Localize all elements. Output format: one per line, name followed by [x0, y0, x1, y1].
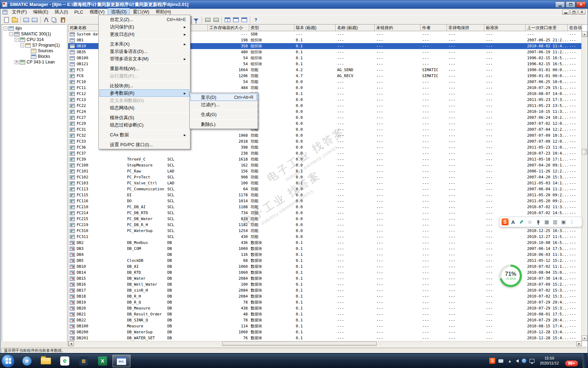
- table-row-db19[interactable]: DB19DB_R_QDB78数据块0.1---------------2010-…: [68, 299, 582, 305]
- tree-item-sources[interactable]: Sources: [2, 48, 66, 54]
- table-row-fc100[interactable]: FC100StopMeasureSCL162功能0.0-------------…: [68, 162, 582, 168]
- menu-item-set-pg-pc-interface[interactable]: 设置 PG/PC 接口(I)...: [99, 141, 189, 148]
- accessible-nodes-button[interactable]: [22, 16, 30, 24]
- menu-item-display[interactable]: 显示(D)Ctrl+Alt+R: [190, 94, 257, 101]
- column-header-[interactable]: 在自动: [568, 25, 582, 31]
- cut-button[interactable]: [42, 16, 50, 24]
- scl-editor-icon[interactable]: SCL: [112, 355, 131, 367]
- menu-item-configure-network[interactable]: 组态网络(N): [99, 104, 189, 111]
- table-row-fc115[interactable]: FC115DISCL1178功能0.0---------------2011-0…: [68, 192, 582, 198]
- download-speed-badge[interactable]: 71% ↓0.1K/s: [499, 265, 522, 287]
- close-button[interactable]: ×: [576, 1, 586, 8]
- notification-badge[interactable]: 99+: [565, 360, 578, 367]
- menu-item-rewire[interactable]: 重新布线(W)...: [99, 65, 189, 72]
- show-hidden-icons-button[interactable]: ▲: [506, 358, 513, 364]
- media-app-icon[interactable]: ▦: [75, 355, 93, 367]
- table-row-fc116[interactable]: FC116DOSCL1014功能0.0---------------2011-0…: [68, 198, 582, 204]
- table-row-fc214[interactable]: FC214FC_DB_RTDSCL734功能0.0---------------…: [68, 210, 582, 216]
- menu-item-cax-data[interactable]: CAx 数据▸: [99, 131, 189, 138]
- more-icon[interactable]: ⋮: [568, 218, 576, 226]
- table-row-fc113[interactable]: FC113FC_CommunicationSCL64功能0.0---------…: [68, 186, 582, 192]
- table-row-db2[interactable]: DB2DB_ModbusDB436数据块0.1---------------20…: [68, 240, 582, 246]
- vertical-scroll-thumb[interactable]: [582, 149, 587, 155]
- column-header-[interactable]: 未链接的: [375, 25, 421, 31]
- table-row-fc210[interactable]: FC210FC_DB_AISCL1188功能0.0---------------…: [68, 204, 582, 210]
- table-row-db4[interactable]: DB4DB116数据块0.1---------------2010-06-03 …: [68, 252, 582, 258]
- menu-item-module-simulation[interactable]: 模块仿真(S): [99, 114, 189, 121]
- table-row-fc102[interactable]: FC102FC_ProTectSCL908功能0.0--------------…: [68, 174, 582, 180]
- window-tile-button[interactable]: [232, 16, 240, 24]
- column-header-[interactable]: 标准块: [484, 25, 526, 31]
- window-cascade-button[interactable]: [240, 16, 248, 24]
- table-row-fc103[interactable]: FC103FC_Valve_CtrlLAD100功能0.1-----------…: [68, 180, 582, 186]
- table-row-db20[interactable]: DB20DB_MeasureDB438数据块0.1---------------…: [68, 305, 582, 311]
- sogou-tray-icon[interactable]: S: [489, 358, 495, 364]
- safely-remove-hardware-icon[interactable]: [498, 359, 503, 363]
- explorer-folder-icon[interactable]: [37, 355, 55, 367]
- browser-green-icon[interactable]: e: [56, 355, 74, 367]
- tree-item-cpu-314[interactable]: -CPU 314: [2, 37, 66, 42]
- network-icon[interactable]: [530, 359, 534, 363]
- menu-item-generate[interactable]: 生成(G): [190, 111, 257, 118]
- mdi-close-button[interactable]: ×: [578, 9, 586, 15]
- maximize-button[interactable]: [566, 1, 575, 8]
- copy-button[interactable]: [50, 16, 59, 24]
- table-row-db22[interactable]: DB22DB_SINR_QDB78数据块0.1---------------20…: [68, 317, 582, 323]
- column-header-[interactable]: 名称 (标题): [336, 25, 375, 31]
- excel-icon[interactable]: X: [93, 355, 112, 367]
- simulation-button[interactable]: [203, 16, 212, 24]
- mic-icon[interactable]: [534, 218, 542, 226]
- new-button[interactable]: [2, 16, 10, 24]
- table-row-fc311[interactable]: FC311SCL430功能0.0---------------2010-12-2…: [68, 234, 582, 240]
- minimize-button[interactable]: [555, 1, 565, 8]
- menu-item-display-device-language[interactable]: 显示设备语言(D)...: [99, 48, 189, 55]
- menu-item-access-protection[interactable]: 访问保护(E)▸: [99, 23, 189, 30]
- menu-item-delete[interactable]: 删除(L): [190, 121, 257, 128]
- menu-item-process-diagnostics[interactable]: 组态过程诊断(C): [99, 121, 189, 129]
- emoji-icon[interactable]: ☺: [526, 218, 534, 226]
- menu-item-change-log[interactable]: 更改日志(H)▸: [99, 30, 189, 38]
- paste-button[interactable]: [59, 16, 67, 24]
- table-row-fc101[interactable]: FC101FC_RawLAD156功能0.1---------------200…: [68, 168, 582, 174]
- table-row-fc39[interactable]: FC39ThreeV_CSCL1618功能0.0---------------2…: [68, 156, 582, 162]
- scroll-right-button[interactable]: ▶: [576, 341, 582, 346]
- browser-blue-icon[interactable]: e: [18, 355, 36, 367]
- table-row-db201[interactable]: DB201DB_WATER_SETDB76数据块0.1-------------…: [68, 335, 582, 341]
- scroll-down-button[interactable]: ▼: [582, 335, 587, 341]
- column-header-[interactable]: 作者: [421, 25, 447, 31]
- table-row-db18[interactable]: DB18DB_R_HDB2084数据块0.1---------------201…: [68, 293, 582, 299]
- column-header-[interactable]: 类型: [249, 25, 294, 31]
- menubar-item-e[interactable]: 编辑(E): [30, 8, 51, 16]
- table-row-db3[interactable]: DB3DB_COMDB1060数据块0.1---------------2007…: [68, 246, 582, 252]
- scroll-up-button[interactable]: ▲: [582, 31, 587, 37]
- column-header-[interactable]: 版本 (标题): [294, 25, 336, 31]
- online-button[interactable]: [212, 16, 220, 24]
- tree-item-s7-program-1[interactable]: -S7 Program(1): [2, 42, 66, 48]
- start-button[interactable]: [1, 354, 15, 368]
- table-row-fc310[interactable]: FC310FC_WaterSupSCL1254功能0.0------------…: [68, 228, 582, 234]
- table-row-db100[interactable]: DB100MeasureDB114数据块0.1---------------20…: [68, 323, 582, 329]
- tree-expander-icon[interactable]: -: [15, 38, 19, 42]
- help-button[interactable]: ?: [252, 16, 260, 24]
- tree-expander-icon[interactable]: -: [20, 43, 24, 47]
- tree-expander-icon[interactable]: +: [15, 60, 19, 64]
- menu-item-filter[interactable]: 过滤(F)...: [190, 101, 257, 108]
- volume-icon[interactable]: [516, 359, 519, 363]
- brush-icon[interactable]: [518, 218, 525, 226]
- menubar-item-f[interactable]: 文件(F): [9, 8, 30, 16]
- tree-item-cp-343-1-lean[interactable]: +CP 343-1 Lean: [2, 59, 66, 65]
- table-row-db200[interactable]: DB200DB_WaterSupDB1060数据块0.1------------…: [68, 329, 582, 335]
- menubar-item-plc[interactable]: PLC: [71, 9, 86, 15]
- menu-item-compare-blocks[interactable]: 比较块(B)...: [99, 82, 189, 89]
- menubar-item-i[interactable]: 插入(I): [51, 8, 71, 16]
- memory-card-button[interactable]: [30, 16, 39, 24]
- keyboard-icon[interactable]: ▦: [543, 218, 551, 226]
- horizontal-scrollbar[interactable]: ◀ ▶: [68, 341, 582, 346]
- table-row-db17[interactable]: DB17DB_sinR_HDB2084数据块0.1---------------…: [68, 287, 582, 293]
- column-header-[interactable]: 上一次接口改变: [526, 25, 568, 31]
- tree-item-blocks[interactable]: Blocks: [2, 54, 66, 59]
- table-row-db5[interactable]: DB5ClockDBDB68数据块0.1---------------2011-…: [68, 258, 582, 264]
- mdi-minimize-button[interactable]: [562, 9, 569, 15]
- vertical-scrollbar[interactable]: ▲ ▼: [581, 31, 587, 341]
- menu-item-text-libraries[interactable]: 文本库(X)▸: [99, 40, 189, 48]
